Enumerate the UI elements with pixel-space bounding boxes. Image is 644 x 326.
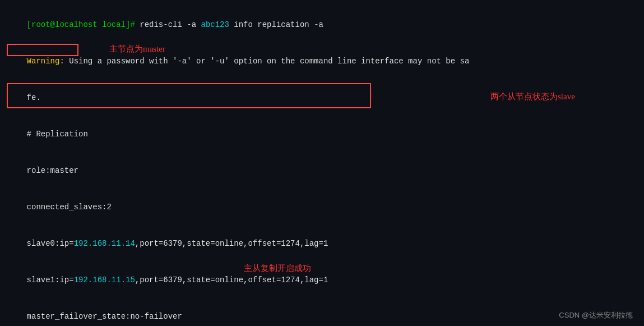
- warning-text1: Warning: [27, 57, 60, 66]
- role-line: role:master: [8, 153, 636, 189]
- annotation-success: 主从复制开启成功: [244, 263, 311, 274]
- cmd-flag-a: -a: [187, 20, 201, 29]
- section-text: # Replication: [27, 130, 88, 139]
- warning-rest2: fe.: [27, 93, 41, 102]
- slave0-prefix: slave0:ip=: [27, 239, 74, 248]
- cmd-password: abc123: [201, 20, 234, 29]
- prompt: [root@localhost local]#: [27, 20, 140, 29]
- slave0-rest: ,port=6379,state=online,offset=1274,lag=…: [135, 239, 328, 248]
- section-line: # Replication: [8, 116, 636, 153]
- annotation-master: 主节点为master: [109, 44, 165, 54]
- command-line: [root@localhost local]# redis-cli -a abc…: [8, 7, 636, 43]
- connected-slaves-text: connected_slaves:2: [27, 203, 112, 212]
- terminal-window: [root@localhost local]# redis-cli -a abc…: [0, 0, 644, 326]
- connected-slaves-line: connected_slaves:2: [8, 189, 636, 226]
- warning-line1: Warning: Using a password with '-a' or '…: [8, 43, 636, 80]
- footer-credit: CSDN @达米安利拉德: [559, 310, 633, 320]
- slave1-line: slave1:ip=192.168.11.15,port=6379,state=…: [8, 262, 636, 299]
- failover-line: master_failover_state:no-failover: [8, 299, 636, 327]
- slave0-ip: 192.168.11.14: [74, 239, 135, 248]
- slave1-prefix: slave1:ip=: [27, 276, 74, 284]
- warning-rest1: : Using a password with '-a' or '-u' opt…: [59, 57, 469, 66]
- failover-text: master_failover_state:no-failover: [27, 312, 182, 321]
- cmd-info: info replication: [234, 20, 314, 29]
- slave1-rest: ,port=6379,state=online,offset=1274,lag=…: [135, 276, 328, 284]
- role-text: role:master: [27, 166, 78, 175]
- cmd-text: redis-cli: [140, 20, 187, 29]
- slave1-ip: 192.168.11.15: [74, 276, 135, 284]
- slave0-line: slave0:ip=192.168.11.14,port=6379,state=…: [8, 226, 636, 262]
- annotation-slaves: 两个从节点状态为slave: [490, 91, 575, 102]
- cmd-flag-a2: -a: [314, 20, 323, 29]
